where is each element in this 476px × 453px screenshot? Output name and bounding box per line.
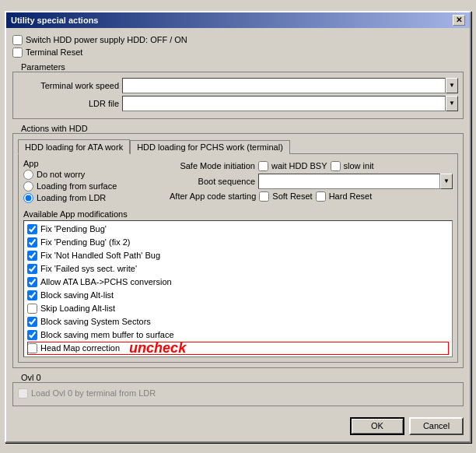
ldr-file-input[interactable]: D:\Profiles\SeagateBara\U Series X\pavel… [122,96,446,111]
window-title: Utility special actions [11,16,98,25]
ok-button[interactable]: OK [350,417,404,435]
parameters-group: Parameters Terminal work speed 921000 ▼ … [12,62,464,119]
ldr-file-combo: D:\Profiles\SeagateBara\U Series X\pavel… [122,96,458,111]
tab-ata[interactable]: HDD loading for ATA work [18,139,130,154]
wait-hdd-bsy-label: wait HDD BSY [271,161,327,170]
boot-sequence-label: Boot sequence [170,177,255,186]
radio-surface-label: Loading from surface [37,181,117,191]
switch-hdd-checkbox[interactable] [12,35,23,45]
ovl-title: Ovl 0 [19,373,44,382]
mod-label-9: Head Map correction [40,343,120,353]
mod-label-2: Fix 'Not Handled Soft Path' Bug [40,251,160,260]
mod-label-8: Block saving mem buffer to surface [40,330,174,339]
radio-donot: Do not worry [23,170,163,180]
mod-checkbox-7[interactable] [27,317,37,327]
mod-item-0: Fix 'Pending Bug' [27,223,449,236]
app-section: App Do not worry Loading from surface [23,159,453,205]
radio-ldr-label: Loading from LDR [37,193,106,202]
radio-ldr-input[interactable] [23,193,33,203]
mod-item-1: Fix 'Pending Bug' (fix 2) [27,236,449,249]
ovl-group: Ovl 0 Load Ovl 0 by terminal from LDR [12,373,464,406]
terminal-speed-label: Terminal work speed [18,81,119,90]
after-app-label: After App code starting [170,191,256,201]
load-ovl-label: Load Ovl 0 by terminal from LDR [31,388,156,398]
radio-donot-input[interactable] [23,170,33,180]
after-app-row: After App code starting Soft Reset Hard … [170,191,453,202]
mod-item-4: Allow ATA LBA->PCHS conversion [27,276,449,289]
mod-label-5: Block saving Alt-list [40,290,114,300]
mod-item-8: Block saving mem buffer to surface [27,328,449,342]
mod-checkbox-1[interactable] [27,237,37,248]
bottom-buttons: OK Cancel [12,413,464,435]
tabs-row: HDD loading for ATA work HDD loading for… [18,140,458,154]
radio-surface-input[interactable] [23,181,33,191]
mod-item-3: Fix 'Failed sys sect. write' [27,262,449,276]
mod-label-3: Fix 'Failed sys sect. write' [40,264,137,273]
radio-donot-label: Do not worry [37,170,85,179]
close-button[interactable]: ✕ [453,15,465,26]
mod-item-7: Block saving System Sectors [27,315,449,328]
cancel-button[interactable]: Cancel [409,417,464,435]
switch-hdd-label: Switch HDD power supply HDD: OFF / ON [26,35,187,44]
terminal-speed-dropdown-btn[interactable]: ▼ [446,78,458,93]
switch-hdd-row: Switch HDD power supply HDD: OFF / ON [12,35,464,45]
mod-checkbox-5[interactable] [27,290,37,300]
soft-reset-checkbox[interactable] [259,191,269,202]
wait-hdd-bsy-checkbox[interactable] [258,161,268,171]
safe-mode-row: Safe Mode initiation wait HDD BSY slow i… [170,161,453,171]
app-group-title: App [23,159,163,168]
app-left: App Do not worry Loading from surface [23,159,163,205]
boot-sequence-row: Boot sequence App; Boot Adp; Defcts ▼ [170,174,453,189]
tab-content: App Do not worry Loading from surface [18,153,458,363]
mod-checkbox-0[interactable] [27,224,37,234]
hard-reset-checkbox[interactable] [316,191,326,202]
mod-label-7: Block saving System Sectors [40,317,151,326]
mod-checkbox-6[interactable] [27,304,37,314]
main-window: Utility special actions ✕ Switch HDD pow… [5,11,471,443]
mod-label-1: Fix 'Pending Bug' (fix 2) [40,237,130,247]
app-right: Safe Mode initiation wait HDD BSY slow i… [170,159,453,205]
hard-reset-label: Hard Reset [329,191,373,201]
load-ovl-row: Load Ovl 0 by terminal from LDR [18,388,458,399]
mod-label-4: Allow ATA LBA->PCHS conversion [40,277,172,286]
mod-item-2: Fix 'Not Handled Soft Path' Bug [27,249,449,262]
terminal-speed-row: Terminal work speed 921000 ▼ [18,78,458,93]
ldr-file-label: LDR file [18,99,119,108]
mod-checkbox-9[interactable] [27,343,37,353]
mod-item-9: Head Map correction uncheck [27,342,449,355]
available-mods-section: Available App modifications Fix 'Pending… [23,209,453,357]
mod-label-0: Fix 'Pending Bug' [40,224,107,234]
terminal-reset-row: Terminal Reset [12,47,464,58]
actions-hdd-border: HDD loading for ATA work HDD loading for… [12,133,464,368]
available-mods-title: Available App modifications [23,209,453,219]
terminal-speed-input[interactable]: 921000 [122,78,446,93]
load-ovl-checkbox[interactable] [18,388,28,399]
radio-ldr: Loading from LDR [23,193,163,203]
actions-hdd-title: Actions with HDD [19,124,90,133]
mod-checkbox-2[interactable] [27,251,37,261]
boot-sequence-input[interactable]: App; Boot Adp; Defcts [258,174,440,189]
mod-checkbox-8[interactable] [27,330,37,340]
content-area: Switch HDD power supply HDD: OFF / ON Te… [6,28,470,441]
tab-pchs[interactable]: HDD loading for PCHS work (terminal) [130,140,290,154]
mod-checkbox-3[interactable] [27,264,37,274]
slow-init-label: slow init [344,161,374,170]
actions-hdd-group: Actions with HDD HDD loading for ATA wor… [12,124,464,368]
mod-label-6: Skip Loading Alt-list [40,304,115,313]
uncheck-annotation: uncheck [129,340,186,356]
terminal-speed-combo: 921000 ▼ [122,78,458,93]
mod-item-6: Skip Loading Alt-list [27,302,449,315]
parameters-title: Parameters [19,62,68,72]
radio-surface: Loading from surface [23,181,163,191]
mod-item-5: Block saving Alt-list [27,289,449,302]
safe-mode-label: Safe Mode initiation [170,161,255,170]
slow-init-checkbox[interactable] [331,161,341,171]
mod-checkbox-4[interactable] [27,277,37,287]
ldr-file-dropdown-btn[interactable]: ▼ [446,96,458,111]
soft-reset-label: Soft Reset [272,191,312,201]
terminal-reset-checkbox[interactable] [12,47,23,58]
boot-sequence-dropdown-btn[interactable]: ▼ [440,174,453,189]
ovl-border: Load Ovl 0 by terminal from LDR [12,382,464,406]
parameters-border: Terminal work speed 921000 ▼ LDR file D:… [12,72,464,119]
mod-list: Fix 'Pending Bug' Fix 'Pending Bug' (fix… [23,220,453,357]
